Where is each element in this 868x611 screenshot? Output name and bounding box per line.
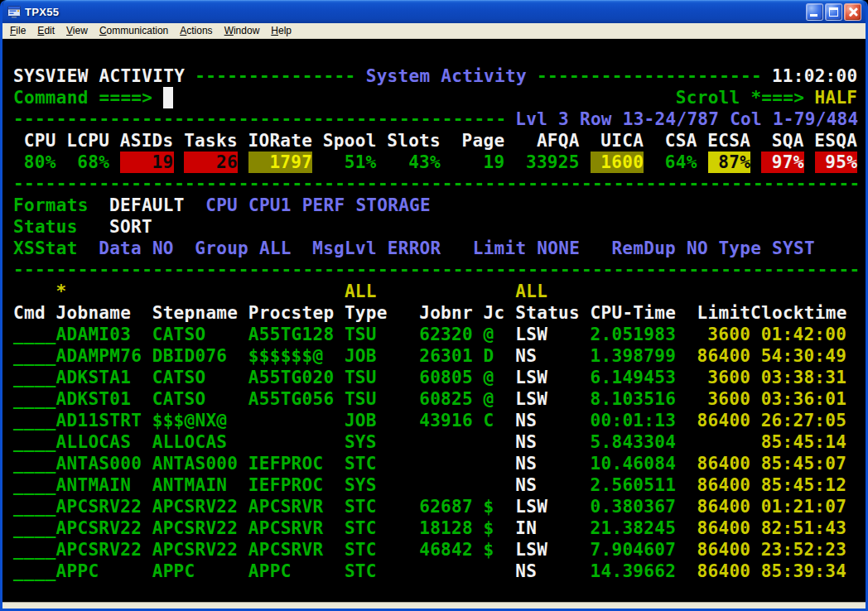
screen-title: SYSVIEW ACTIVITY xyxy=(13,65,185,87)
terminal-row: CPULCPUASIDsTasksIORateSpoolSlotsPageAFQ… xyxy=(2,130,866,152)
formats-options: CPU CPU1 PERF STORAGE xyxy=(205,195,431,216)
job-stepname: CATSO xyxy=(152,367,238,388)
job-cpu: 2.560511 xyxy=(591,474,676,496)
job-cpu: 21.38245 xyxy=(591,517,676,539)
job-stepname: APCSRV22 xyxy=(152,496,238,517)
job-jc: $ xyxy=(484,517,505,539)
cmd-input[interactable]: ____ xyxy=(13,539,56,560)
cmd-input[interactable]: ____ xyxy=(13,367,56,388)
stat-header-tasks: Tasks xyxy=(174,130,238,152)
close-button[interactable] xyxy=(844,3,861,21)
job-jobname: ANTMAIN xyxy=(56,474,142,496)
cmd-input[interactable]: ____ xyxy=(13,453,56,474)
filter-status[interactable]: ALL xyxy=(515,281,547,302)
job-stepname: ANTAS000 xyxy=(152,453,238,474)
stat-header-slots: Slots xyxy=(377,130,441,152)
stat-header-uica: UICA xyxy=(580,130,644,152)
cmd-input[interactable]: ____ xyxy=(13,474,56,496)
stat-value-asids: 19 xyxy=(120,152,174,173)
menubar: FileEditViewCommunicationActionsWindowHe… xyxy=(2,23,866,39)
maximize-icon xyxy=(829,7,838,17)
menu-item-file[interactable]: File xyxy=(4,24,31,38)
app-icon xyxy=(7,5,21,18)
stat-value-csa: 64% xyxy=(644,152,697,173)
job-clock: 82:51:43 xyxy=(750,517,846,539)
job-procstep: A55TG056 xyxy=(248,388,334,410)
cmd-input[interactable]: ____ xyxy=(13,496,56,517)
job-type: STC xyxy=(345,539,388,560)
job-status: NS xyxy=(515,345,579,367)
stat-value-tasks: 26 xyxy=(184,152,238,173)
job-clock: 03:38:31 xyxy=(750,367,846,388)
job-procstep: A55TG128 xyxy=(248,324,334,345)
column-header-type: Type xyxy=(345,302,388,324)
divider-dashes: ----------------------------------------… xyxy=(13,259,861,281)
table-row: ____ALLOCASALLOCASSYSNS5.84330485:45:14 xyxy=(2,431,866,453)
cmd-input[interactable]: ____ xyxy=(13,517,56,539)
menu-item-actions[interactable]: Actions xyxy=(174,24,218,38)
job-jobname: APCSRV22 xyxy=(56,517,142,539)
job-type: TSU xyxy=(345,367,388,388)
titlebar[interactable]: TPX55 xyxy=(2,0,866,23)
job-jobname: AD11STRT xyxy=(56,410,142,431)
setting-limit: Limit NONE xyxy=(473,238,580,259)
scroll-value[interactable]: HALF xyxy=(815,87,858,108)
job-limit: 3600 xyxy=(697,324,751,345)
job-type: STC xyxy=(345,453,388,474)
cmd-input[interactable]: ____ xyxy=(13,431,56,453)
stat-value-cpu: 80% xyxy=(13,152,56,173)
column-header-jobname: Jobname xyxy=(56,302,142,324)
stat-header-ecsa: ECSA xyxy=(697,130,751,152)
job-stepname: $$$@NX@ xyxy=(152,410,238,431)
job-cpu: 2.051983 xyxy=(591,324,676,345)
job-type: TSU xyxy=(345,324,388,345)
filter-jobname[interactable]: * xyxy=(56,281,67,302)
job-type: STC xyxy=(345,560,388,582)
table-row: ____ADKST01CATSOA55TG056TSU60825@LSW8.10… xyxy=(2,388,866,410)
cmd-input[interactable]: ____ xyxy=(13,560,56,582)
job-status: NS xyxy=(515,560,579,582)
job-stepname: APCSRV22 xyxy=(152,539,238,560)
terminal-row: StatusSORT xyxy=(2,216,866,238)
terminal-row: ----------------------------------------… xyxy=(2,259,866,281)
table-row: ____ADAMPM76DBID076$$$$$$@JOB26301DNS1.3… xyxy=(2,345,866,367)
menu-item-window[interactable]: Window xyxy=(219,24,266,38)
menu-item-view[interactable]: View xyxy=(60,24,94,38)
filter-type[interactable]: ALL xyxy=(345,281,377,302)
stat-value-esqa: 95% xyxy=(815,152,858,173)
job-jobnr: 43916 xyxy=(419,410,473,431)
job-procstep: APPC xyxy=(248,560,334,582)
job-type: JOB xyxy=(345,410,388,431)
job-procstep: APCSRVR xyxy=(248,539,334,560)
job-cpu: 1.398799 xyxy=(591,345,676,367)
job-clock: 85:45:07 xyxy=(750,453,846,474)
job-procstep: IEFPROC xyxy=(248,474,334,496)
job-limit: 3600 xyxy=(697,388,751,410)
minimize-button[interactable] xyxy=(806,3,823,21)
cmd-input[interactable]: ____ xyxy=(13,410,56,431)
cursor[interactable] xyxy=(163,87,174,108)
terminal-screen[interactable]: SYSVIEW ACTIVITY---------------System Ac… xyxy=(2,39,866,602)
job-cpu: 00:01:13 xyxy=(591,410,676,431)
menu-item-communication[interactable]: Communication xyxy=(94,24,174,38)
terminal-row: 80%68%1926179751%43%1933925160064%87%97%… xyxy=(2,152,866,173)
job-stepname: ANTMAIN xyxy=(152,474,238,496)
menu-item-edit[interactable]: Edit xyxy=(31,24,60,38)
job-procstep: $$$$$$@ xyxy=(248,345,334,367)
job-jc: @ xyxy=(484,367,505,388)
terminal-row: FormatsDEFAULTCPU CPU1 PERF STORAGE xyxy=(2,195,866,216)
maximize-button[interactable] xyxy=(825,3,842,21)
menu-item-help[interactable]: Help xyxy=(265,24,297,38)
job-jobnr: 18128 xyxy=(419,517,473,539)
job-status: NS xyxy=(515,431,579,453)
cmd-input[interactable]: ____ xyxy=(13,324,56,345)
cmd-input[interactable]: ____ xyxy=(13,388,56,410)
job-status: LSW xyxy=(515,367,579,388)
column-header-limit: Limit xyxy=(697,302,751,324)
column-header-procstep: Procstep xyxy=(248,302,334,324)
cmd-input[interactable]: ____ xyxy=(13,345,56,367)
clock: 11:02:00 xyxy=(772,65,858,87)
job-type: SYS xyxy=(345,474,388,496)
job-procstep: A55TG020 xyxy=(248,367,334,388)
screen-subtitle: System Activity xyxy=(366,65,527,87)
